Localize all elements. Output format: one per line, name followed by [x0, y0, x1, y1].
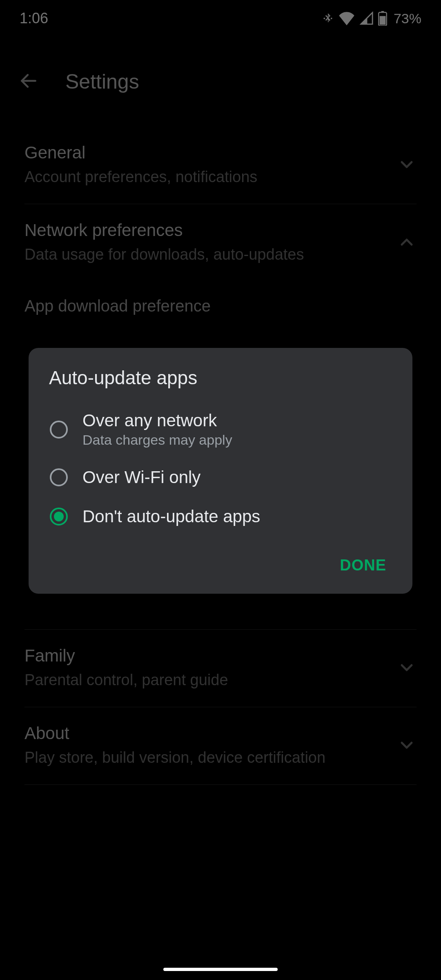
option-label: Don't auto-update apps: [82, 507, 260, 526]
dialog-title: Auto-update apps: [29, 367, 412, 401]
option-label: Over any network: [82, 411, 232, 430]
dialog-actions: DONE: [29, 536, 412, 582]
radio-icon: [49, 507, 69, 526]
option-label: Over Wi-Fi only: [82, 468, 200, 487]
option-over-wifi-only[interactable]: Over Wi-Fi only: [29, 458, 412, 497]
home-indicator[interactable]: [163, 968, 278, 971]
radio-icon: [49, 468, 69, 487]
auto-update-dialog: Auto-update apps Over any network Data c…: [29, 348, 412, 594]
option-sublabel: Data charges may apply: [82, 432, 232, 448]
radio-icon: [49, 420, 69, 439]
option-over-any-network[interactable]: Over any network Data charges may apply: [29, 401, 412, 458]
option-dont-auto-update[interactable]: Don't auto-update apps: [29, 497, 412, 536]
done-button[interactable]: DONE: [334, 552, 392, 578]
